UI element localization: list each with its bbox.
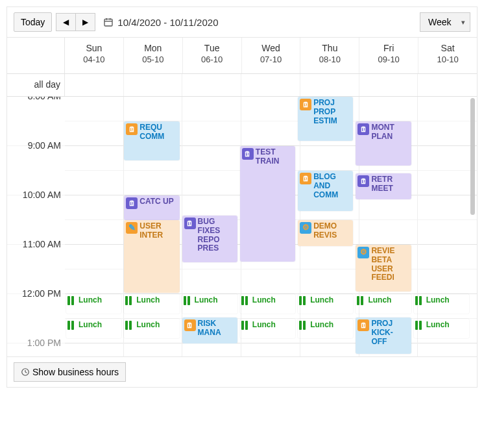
gear-icon: ⚙ [300,222,311,234]
calendar-event[interactable]: ⚙REVIE BETA USER FEEDI [356,245,411,292]
time-header-spacer [7,38,65,73]
allday-row: all day [7,74,477,97]
time-grid-scroll[interactable]: 8:00 AM 9:00 AM 10:00 AM 11:00 AM 12:00 … [7,97,477,356]
date-range-display[interactable]: 10/4/2020 - 10/11/2020 [103,17,218,28]
time-label: 10:00 AM [23,190,61,200]
calendar-event[interactable]: Lunch [298,294,353,314]
event-label: RETR MEET [371,175,408,193]
calendar-event[interactable]: Lunch [66,294,121,314]
calendar-event[interactable]: 🗓REQU COMM [124,121,179,160]
dow-label: Sun [65,43,123,53]
calendar-event-icon: 🗓 [300,99,311,110]
pause-icon [125,321,132,330]
event-label: PROJ PROP ESTIM [313,99,350,125]
calendar-event-icon: 🗓 [300,173,311,184]
week-scheduler: Today ◀ ▶ 10/4/2020 - 10/11/2020 Week Su… [6,6,478,388]
pause-icon [241,296,248,305]
calendar-event-icon: 🗓 [242,148,254,160]
event-label: Lunch [252,321,276,330]
dow-label: Sat [418,43,477,53]
show-business-hours-button[interactable]: Show business hours [14,362,126,382]
event-label: Lunch [79,296,102,305]
event-label: TEST TRAIN [256,148,293,166]
event-label: Lunch [195,296,218,305]
calendar-event[interactable]: 🗓PROJ KICK-OFF [356,317,411,354]
calendar-event-icon: 🗓 [126,197,138,209]
calendar-event[interactable]: 🗓MONT PLAN [356,121,411,166]
calendar-event-icon: 🗓 [184,218,196,229]
business-hours-label: Show business hours [32,367,119,377]
pause-icon [357,296,363,305]
calendar-event[interactable]: Lunch [240,319,295,338]
scrollbar-thumb[interactable] [470,98,475,215]
calendar-event[interactable]: Lunch [414,319,469,338]
calendar-event[interactable]: ✎USER INTER [124,220,179,293]
calendar-event[interactable]: ⚙DEMO REVIS [298,220,353,246]
event-label: RISK MANA [198,319,235,338]
calendar-event[interactable]: Lunch [124,294,179,314]
event-label: Lunch [310,296,333,305]
dow-label: Thu [300,43,359,53]
calendar-event-icon: 🗓 [357,319,369,331]
scheduler-footer: Show business hours [7,356,477,387]
date-label: 06-10 [183,55,241,64]
day-header-fri[interactable]: Fri 09-10 [359,38,418,73]
event-label: REVIE BETA USER FEEDI [371,247,408,282]
event-label: Lunch [426,321,450,330]
view-select[interactable]: Week [420,12,470,32]
pause-icon [67,296,74,305]
scheduler-toolbar: Today ◀ ▶ 10/4/2020 - 10/11/2020 Week [7,7,477,38]
day-header-wed[interactable]: Wed 07-10 [242,38,301,73]
event-label: REQU COMM [139,123,176,142]
time-label: 11:00 AM [23,239,61,249]
calendar-event[interactable]: 🗓CATC UP [124,195,179,220]
event-label: BLOG AND COMM [313,173,350,199]
allday-cells[interactable] [65,74,477,96]
prev-button[interactable]: ◀ [56,13,75,31]
calendar-event[interactable]: Lunch [66,319,121,338]
event-label: Lunch [426,296,450,305]
event-label: BUG FIXES REPO PRES [198,218,235,253]
chevron-right-icon: ▶ [82,18,88,27]
calendar-event[interactable]: 🗓TEST TRAIN [240,146,295,262]
calendar-event-icon: 🗓 [184,319,196,331]
day-header-thu[interactable]: Thu 08-10 [300,38,359,73]
calendar-event[interactable]: Lunch [298,319,353,338]
calendar-event[interactable]: 🗓PROJ PROP ESTIM [298,97,353,141]
pause-icon [184,296,190,305]
calendar-event[interactable]: Lunch [356,294,411,314]
view-select-wrap: Week [420,12,470,32]
calendar-event[interactable]: Lunch [414,294,469,314]
time-labels: 8:00 AM 9:00 AM 10:00 AM 11:00 AM 12:00 … [7,97,65,356]
calendar-event[interactable]: 🗓BLOG AND COMM [298,171,353,211]
calendar-event[interactable]: Lunch [124,319,179,338]
time-label: 12:00 PM [22,288,61,299]
day-header-mon[interactable]: Mon 05-10 [124,38,183,73]
pause-icon [415,321,422,330]
date-label: 07-10 [242,55,300,64]
pause-icon [241,321,248,330]
calendar-event[interactable]: 🗓BUG FIXES REPO PRES [182,216,237,262]
chevron-left-icon: ◀ [63,18,69,27]
calendar-event[interactable]: Lunch [240,294,295,314]
calendar-event[interactable]: 🗓RETR MEET [356,173,411,199]
next-button[interactable]: ▶ [75,13,95,31]
day-header-sun[interactable]: Sun 04-10 [65,38,124,73]
day-header-tue[interactable]: Tue 06-10 [183,38,242,73]
pause-icon [67,321,74,330]
calendar-event[interactable]: Lunch [182,294,237,314]
dow-label: Mon [124,43,182,53]
allday-label: all day [7,74,65,96]
calendar-event[interactable]: 🗓RISK MANA [182,317,237,343]
event-label: MONT PLAN [371,123,408,142]
today-button[interactable]: Today [14,12,52,32]
event-label: Lunch [136,296,160,305]
calendar-event-icon: 🗓 [126,123,138,135]
dow-label: Tue [183,43,241,53]
event-label: CATC UP [139,197,173,206]
day-header-sat[interactable]: Sat 10-10 [418,38,477,73]
event-label: DEMO REVIS [313,222,350,240]
calendar-event-icon: 🗓 [357,175,369,187]
calendar-icon [103,17,114,27]
pause-icon [415,296,422,305]
